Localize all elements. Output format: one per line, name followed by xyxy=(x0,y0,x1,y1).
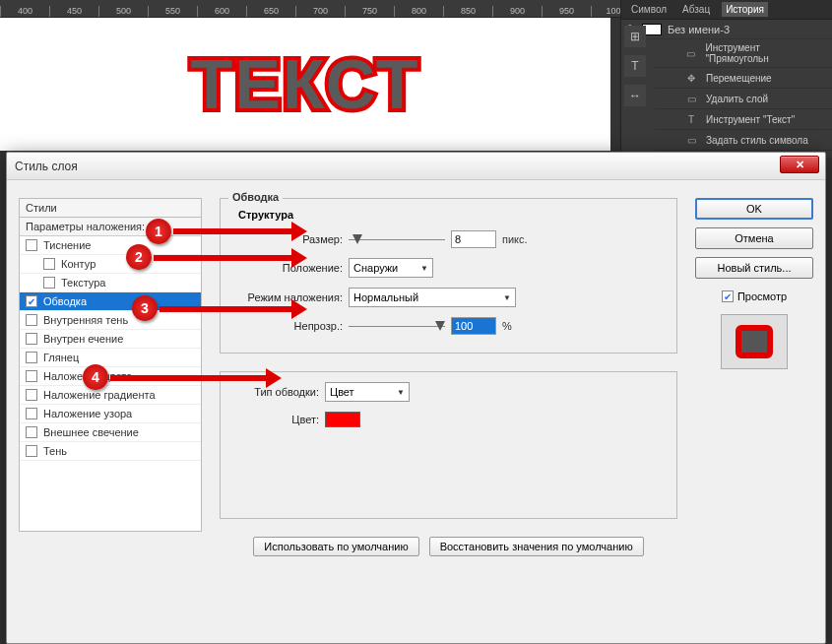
ruler-mark: 750 xyxy=(345,6,394,17)
style-checkbox[interactable] xyxy=(26,389,37,401)
style-row[interactable]: Наложение градиента xyxy=(20,386,201,405)
color-row: Цвет: xyxy=(234,412,663,427)
history-label: Удалить слой xyxy=(706,94,768,104)
history-icon: T xyxy=(684,112,698,126)
size-input[interactable] xyxy=(451,230,496,248)
preview-box xyxy=(721,314,788,369)
tool-icon[interactable]: ⊞ xyxy=(624,26,646,47)
style-checkbox[interactable] xyxy=(26,314,37,326)
filltype-select[interactable]: Цвет xyxy=(325,382,410,402)
style-row[interactable]: Глянец xyxy=(20,349,201,367)
style-label: Обводка xyxy=(43,295,87,307)
style-row[interactable]: Тень xyxy=(20,442,201,461)
tab-history[interactable]: История xyxy=(722,2,768,17)
styles-column: Стили Параметры наложения: пТиснениеКонт… xyxy=(19,198,202,625)
preview-label: Просмотр xyxy=(737,290,787,302)
history-item[interactable]: ✥Перемещение xyxy=(655,68,832,89)
ruler-mark: 850 xyxy=(443,6,492,17)
preview-row: Просмотр xyxy=(695,290,813,302)
style-row[interactable]: Тиснение xyxy=(20,236,201,255)
structure-sub: Структура xyxy=(238,209,663,221)
history-item[interactable]: ▭Удалить слой xyxy=(655,89,832,109)
close-button[interactable]: ✕ xyxy=(780,156,819,173)
new-style-button[interactable]: Новый стиль... xyxy=(695,257,813,279)
doc-name: Без имени-3 xyxy=(668,24,730,35)
style-checkbox[interactable] xyxy=(26,426,37,438)
canvas-text: ТЕКСТ xyxy=(191,45,420,124)
arrow-4 xyxy=(110,375,268,381)
style-checkbox[interactable] xyxy=(26,352,37,363)
settings-column: Обводка Структура Размер: пикс. Положени… xyxy=(220,198,677,625)
section-legend: Обводка xyxy=(228,191,283,203)
styles-header: Стили xyxy=(19,198,202,217)
preview-checkbox[interactable] xyxy=(722,290,734,302)
style-checkbox[interactable] xyxy=(43,277,55,289)
history-item[interactable]: ▭Инструмент "Прямоугольн xyxy=(655,39,832,68)
ruler-mark: 800 xyxy=(394,6,443,17)
color-swatch[interactable] xyxy=(325,412,360,427)
style-checkbox[interactable] xyxy=(26,408,37,419)
position-label: Положение: xyxy=(234,262,343,274)
opacity-unit: % xyxy=(502,320,512,332)
history-label: Инструмент "Текст" xyxy=(706,114,795,125)
arrow-3 xyxy=(160,306,293,312)
cancel-button[interactable]: Отмена xyxy=(695,227,813,249)
style-checkbox[interactable] xyxy=(26,370,37,382)
style-row[interactable]: Внешнее свечение xyxy=(20,423,201,442)
history-item[interactable]: TИнструмент "Текст" xyxy=(655,109,832,130)
ruler-mark: 700 xyxy=(295,6,345,17)
styles-list: Параметры наложения: пТиснениеКонтурТекс… xyxy=(19,217,202,532)
style-checkbox[interactable] xyxy=(26,239,37,251)
size-slider[interactable] xyxy=(349,232,445,246)
arrow-1 xyxy=(173,228,293,234)
history-icon: ▭ xyxy=(684,133,698,147)
dialog-title: Стиль слоя xyxy=(15,160,78,173)
style-checkbox[interactable] xyxy=(43,258,55,270)
layer-style-dialog: Стиль слоя ✕ Стили Параметры наложения: … xyxy=(6,152,826,644)
ruler-mark: 600 xyxy=(197,6,246,17)
position-select[interactable]: Снаружи xyxy=(349,258,433,278)
ok-button[interactable]: OK xyxy=(695,198,813,220)
canvas: ТЕКСТ xyxy=(0,18,610,151)
opacity-slider[interactable] xyxy=(349,319,445,333)
style-label: Глянец xyxy=(43,352,79,363)
reset-default-button[interactable]: Восстановить значения по умолчанию xyxy=(429,537,644,556)
style-checkbox[interactable] xyxy=(26,295,37,307)
blend-label: Режим наложения: xyxy=(234,291,343,303)
tab-paragraph[interactable]: Абзац xyxy=(678,2,714,17)
history-label: Перемещение xyxy=(706,73,772,84)
stroke-fieldset: Обводка Структура Размер: пикс. Положени… xyxy=(220,198,677,354)
style-label: Внешнее свечение xyxy=(43,426,139,438)
doc-row: ✎ Без имени-3 xyxy=(621,20,832,39)
blend-select[interactable]: Нормальный xyxy=(349,288,516,307)
style-checkbox[interactable] xyxy=(26,333,37,345)
tool-icon[interactable]: ↔ xyxy=(624,85,646,106)
style-row[interactable]: Текстура xyxy=(20,274,201,292)
style-row[interactable]: Наложение узора xyxy=(20,405,201,423)
style-label: Тень xyxy=(43,445,67,457)
style-label: Внутрен ечение xyxy=(43,333,123,345)
ruler-top: 4004505005506006507007508008509009501000… xyxy=(0,0,650,18)
style-label: Наложение узора xyxy=(43,408,132,419)
style-label: Внутренняя тень xyxy=(43,314,128,326)
history-icon: ▭ xyxy=(684,46,698,60)
style-row[interactable]: Внутрен ечение xyxy=(20,330,201,349)
buttons-column: OK Отмена Новый стиль... Просмотр xyxy=(695,198,813,625)
opacity-row: Непрозр.: % xyxy=(234,317,663,335)
style-checkbox[interactable] xyxy=(26,445,37,457)
size-unit: пикс. xyxy=(502,233,528,245)
opacity-input[interactable] xyxy=(451,317,496,335)
color-label: Цвет: xyxy=(234,414,319,425)
tab-symbol[interactable]: Символ xyxy=(627,2,671,17)
ruler-mark: 900 xyxy=(492,6,542,17)
marker-1: 1 xyxy=(146,219,171,244)
history-item[interactable]: ▭Задать стиль символа xyxy=(655,130,832,151)
history-label: Задать стиль символа xyxy=(706,135,808,146)
opacity-label: Непрозр.: xyxy=(234,320,343,332)
tool-icon[interactable]: T xyxy=(624,55,646,77)
titlebar[interactable]: Стиль слоя ✕ xyxy=(7,153,825,180)
use-default-button[interactable]: Использовать по умолчанию xyxy=(253,537,418,556)
style-row[interactable]: Внутренняя тень xyxy=(20,311,201,330)
history-panel: Символ Абзац История ✎ Без имени-3 ⊞ T ↔… xyxy=(620,0,832,158)
marker-3: 3 xyxy=(132,295,158,321)
